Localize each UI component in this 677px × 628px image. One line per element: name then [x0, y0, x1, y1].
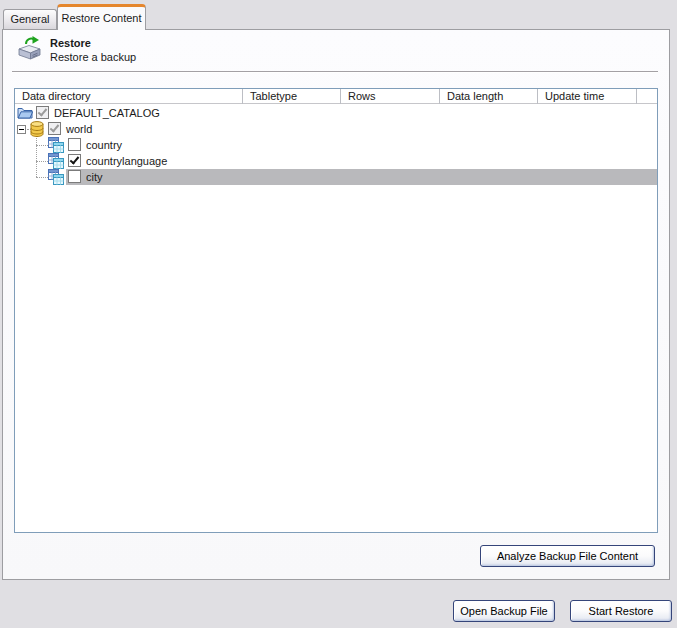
tree-label: city [86, 169, 103, 185]
column-header-data-directory[interactable]: Data directory [15, 89, 243, 104]
analyze-backup-file-content-button[interactable]: Analyze Backup File Content [480, 545, 655, 567]
column-header-data-length[interactable]: Data length [440, 89, 538, 104]
checkbox-country[interactable] [68, 138, 81, 151]
restore-content-list: Data directory Tabletype Rows Data lengt… [14, 88, 658, 533]
column-header-spacer [637, 89, 657, 104]
column-header-update-time[interactable]: Update time [538, 89, 637, 104]
header-separator [12, 71, 658, 73]
restore-backup-icon [16, 35, 44, 63]
tab-general[interactable]: General [3, 9, 57, 29]
tree-label: country [86, 137, 122, 153]
tree-row-default-catalog[interactable]: DEFAULT_CATALOG [15, 105, 657, 121]
checkbox-default-catalog[interactable] [36, 106, 49, 119]
start-restore-button[interactable]: Start Restore [570, 600, 672, 622]
folder-icon [17, 106, 33, 122]
column-header-rows[interactable]: Rows [341, 89, 440, 104]
open-backup-file-button[interactable]: Open Backup File [453, 600, 555, 622]
tree-row-country[interactable]: country [15, 137, 657, 153]
tree-label: world [66, 121, 92, 137]
column-header-tabletype[interactable]: Tabletype [243, 89, 341, 104]
tree-label: countrylanguage [86, 153, 167, 169]
list-header: Data directory Tabletype Rows Data lengt… [15, 89, 657, 104]
selection-highlight [66, 169, 657, 185]
tab-general-label: General [10, 13, 49, 25]
tab-restore-content-label: Restore Content [61, 12, 141, 24]
tree-row-world[interactable]: world [15, 121, 657, 137]
table-icon [48, 169, 64, 187]
tab-restore-content[interactable]: Restore Content [57, 4, 146, 30]
page-subtitle: Restore a backup [50, 51, 136, 63]
checkbox-countrylanguage[interactable] [68, 154, 81, 167]
collapse-expander-icon[interactable] [17, 125, 26, 134]
tree-label: DEFAULT_CATALOG [54, 105, 160, 121]
checkbox-world[interactable] [48, 122, 61, 135]
checkbox-city[interactable] [68, 170, 81, 183]
page-title: Restore [50, 37, 91, 49]
tree-row-city[interactable]: city [15, 169, 657, 185]
tree-row-countrylanguage[interactable]: countrylanguage [15, 153, 657, 169]
